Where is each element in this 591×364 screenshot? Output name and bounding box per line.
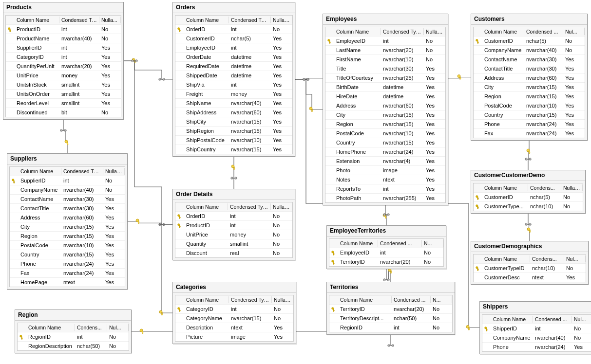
column-row[interactable]: CategoryIDintNo bbox=[175, 305, 293, 314]
header-column-name[interactable]: Column Name bbox=[184, 203, 228, 210]
header-condensed-type[interactable]: Condensed ... bbox=[392, 296, 431, 303]
header-column-name[interactable]: Column Name bbox=[482, 184, 528, 191]
column-row[interactable]: Faxnvarchar(24)Yes bbox=[474, 129, 585, 138]
relationship-line[interactable] bbox=[124, 61, 172, 79]
column-row[interactable]: ShipPostalCodenvarchar(10)Yes bbox=[175, 136, 292, 145]
column-row[interactable]: EmployeeIDintNo bbox=[325, 36, 445, 46]
entity-title[interactable]: Shippers bbox=[480, 302, 591, 312]
column-row[interactable]: Regionnvarchar(15)Yes bbox=[325, 120, 445, 129]
column-row[interactable]: CompanyNamenvarchar(40)No bbox=[10, 185, 125, 195]
column-row[interactable]: ShippedDatedatetimeYes bbox=[175, 71, 292, 80]
header-condensed-type[interactable]: Condensed Type bbox=[61, 168, 103, 175]
header-nullable[interactable]: Nulla... bbox=[99, 17, 121, 23]
column-row[interactable]: Extensionnvarchar(4)Yes bbox=[325, 157, 445, 166]
header-condensed-type[interactable]: Condensed ... bbox=[524, 28, 563, 35]
relationship-line[interactable] bbox=[63, 120, 67, 153]
entity-title[interactable]: Orders bbox=[173, 2, 295, 13]
column-row[interactable]: ShipCitynvarchar(15)Yes bbox=[175, 117, 292, 127]
column-row[interactable]: UnitsOnOrdersmallintYes bbox=[6, 90, 121, 99]
column-row[interactable]: NotesntextYes bbox=[325, 175, 445, 184]
column-row[interactable]: Citynvarchar(15)Yes bbox=[10, 222, 125, 232]
column-row[interactable]: QuantityPerUnitnvarchar(20)Yes bbox=[6, 62, 121, 71]
header-column-name[interactable]: Column Name bbox=[184, 296, 229, 303]
entity-title[interactable]: Region bbox=[15, 310, 131, 321]
column-row[interactable]: Faxnvarchar(24)Yes bbox=[10, 269, 125, 278]
column-row[interactable]: Regionnvarchar(15)Yes bbox=[474, 92, 585, 101]
column-row[interactable]: Addressnvarchar(60)Yes bbox=[474, 73, 585, 83]
column-row[interactable]: CustomerType...nchar(10)No bbox=[474, 202, 583, 211]
column-row[interactable]: RequiredDatedatetimeYes bbox=[175, 62, 292, 71]
header-condensed-type[interactable]: Condensed Type bbox=[228, 203, 271, 210]
entity-categories[interactable]: CategoriesColumn NameCondensed TypeNulla… bbox=[172, 282, 296, 344]
column-row[interactable]: ShipRegionnvarchar(15)Yes bbox=[175, 127, 292, 136]
column-row[interactable]: DiscountrealNo bbox=[175, 249, 292, 257]
column-row[interactable]: Citynvarchar(15)Yes bbox=[325, 110, 445, 120]
column-row[interactable]: ShipCountrynvarchar(15)Yes bbox=[175, 145, 292, 154]
entity-title[interactable]: Territories bbox=[327, 282, 455, 293]
column-row[interactable]: PostalCodenvarchar(10)Yes bbox=[325, 129, 445, 138]
column-row[interactable]: Citynvarchar(15)Yes bbox=[474, 83, 585, 92]
column-row[interactable]: CategoryIDintYes bbox=[6, 53, 121, 62]
entity-employees[interactable]: EmployeesColumn NameCondensed TypeNullab… bbox=[323, 14, 448, 205]
header-condensed-type[interactable]: Condensed Type bbox=[59, 17, 99, 23]
entity-territories[interactable]: TerritoriesColumn NameCondensed ...N...T… bbox=[326, 282, 455, 335]
header-nullable[interactable]: Nullable bbox=[271, 203, 292, 210]
column-row[interactable]: EmployeeIDintYes bbox=[175, 43, 292, 53]
column-row[interactable]: Phonenvarchar(24)Yes bbox=[474, 120, 585, 129]
column-row[interactable]: CustomerDescntextYes bbox=[474, 273, 586, 282]
column-row[interactable]: Addressnvarchar(60)Yes bbox=[10, 213, 125, 222]
entity-shippers[interactable]: ShippersColumn NameCondensed ...Nul...Sh… bbox=[479, 301, 591, 354]
column-row[interactable]: ReportsTointYes bbox=[325, 184, 445, 194]
entity-products[interactable]: ProductsColumn NameCondensed TypeNulla..… bbox=[3, 2, 124, 120]
column-row[interactable]: ProductIDintNo bbox=[175, 221, 292, 230]
entity-orders[interactable]: OrdersColumn NameCondensed TypeNullableO… bbox=[172, 2, 295, 157]
column-row[interactable]: ProductNamenvarchar(40)No bbox=[6, 34, 121, 43]
header-condensed-type[interactable]: Condens... bbox=[528, 184, 561, 191]
header-condensed-type[interactable]: Condensed Type bbox=[229, 296, 272, 303]
column-row[interactable]: ContactTitlenvarchar(30)Yes bbox=[10, 204, 125, 213]
column-row[interactable]: SupplierIDintYes bbox=[6, 43, 121, 53]
column-row[interactable]: Countrynvarchar(15)Yes bbox=[10, 250, 125, 259]
entity-title[interactable]: Products bbox=[3, 2, 123, 13]
column-row[interactable]: HireDatedatetimeYes bbox=[325, 92, 445, 101]
entity-title[interactable]: EmployeeTerritories bbox=[327, 226, 446, 237]
relationship-line[interactable] bbox=[128, 221, 172, 225]
header-column-name[interactable]: Column Name bbox=[334, 28, 381, 35]
column-row[interactable]: PostalCodenvarchar(10)Yes bbox=[474, 101, 585, 110]
column-row[interactable]: FirstNamenvarchar(10)No bbox=[325, 55, 445, 64]
column-row[interactable]: UnitsInStocksmallintYes bbox=[6, 80, 121, 90]
column-row[interactable]: ContactNamenvarchar(30)Yes bbox=[10, 195, 125, 204]
column-row[interactable]: ShipViaintYes bbox=[175, 80, 292, 90]
column-row[interactable]: DescriptionntextYes bbox=[175, 323, 293, 332]
header-condensed-type[interactable]: Condensed Type bbox=[229, 17, 271, 23]
column-row[interactable]: CompanyNamenvarchar(40)No bbox=[474, 46, 585, 55]
column-row[interactable]: TitleOfCourtesynvarchar(25)Yes bbox=[325, 73, 445, 83]
relationship-line[interactable] bbox=[528, 214, 530, 241]
column-row[interactable]: ShipperIDintNo bbox=[482, 324, 591, 333]
column-row[interactable]: CustomerIDnchar(5)No bbox=[474, 193, 583, 202]
header-nullable[interactable]: N... bbox=[431, 296, 452, 303]
column-row[interactable]: ShipAddressnvarchar(60)Yes bbox=[175, 108, 292, 117]
column-row[interactable]: LastNamenvarchar(20)No bbox=[325, 46, 445, 55]
entity-customers[interactable]: CustomersColumn NameCondensed ...Nul...C… bbox=[471, 14, 588, 141]
column-row[interactable]: PhotoPathnvarchar(255)Yes bbox=[325, 194, 445, 202]
relationship-line[interactable] bbox=[385, 205, 386, 225]
column-row[interactable]: Countrynvarchar(15)Yes bbox=[474, 110, 585, 120]
entity-title[interactable]: Employees bbox=[323, 14, 448, 25]
column-row[interactable]: UnitPricemoneyYes bbox=[6, 71, 121, 80]
header-nullable[interactable]: Nullable bbox=[271, 17, 292, 23]
header-nullable[interactable]: Nullable bbox=[424, 28, 445, 35]
column-row[interactable]: Titlenvarchar(30)Yes bbox=[325, 64, 445, 73]
column-row[interactable]: TerritoryIDnvarchar(20)No bbox=[329, 257, 443, 266]
entity-order_details[interactable]: Order DetailsColumn NameCondensed TypeNu… bbox=[172, 189, 295, 260]
relationship-line[interactable] bbox=[124, 61, 172, 313]
column-row[interactable]: TerritoryIDnvarchar(20)No bbox=[329, 305, 452, 314]
column-row[interactable]: TerritoryDescript...nchar(50)No bbox=[329, 314, 452, 323]
column-row[interactable]: Phonenvarchar(24)Yes bbox=[482, 343, 591, 351]
header-column-name[interactable]: Column Name bbox=[338, 296, 392, 303]
column-row[interactable]: CustomerIDnchar(5)No bbox=[474, 36, 585, 46]
column-row[interactable]: UnitPricemoneyNo bbox=[175, 230, 292, 239]
column-row[interactable]: HomePhonenvarchar(24)Yes bbox=[325, 147, 445, 157]
column-row[interactable]: HomePagentextYes bbox=[10, 278, 125, 287]
column-row[interactable]: RegionIDintNo bbox=[18, 332, 129, 342]
